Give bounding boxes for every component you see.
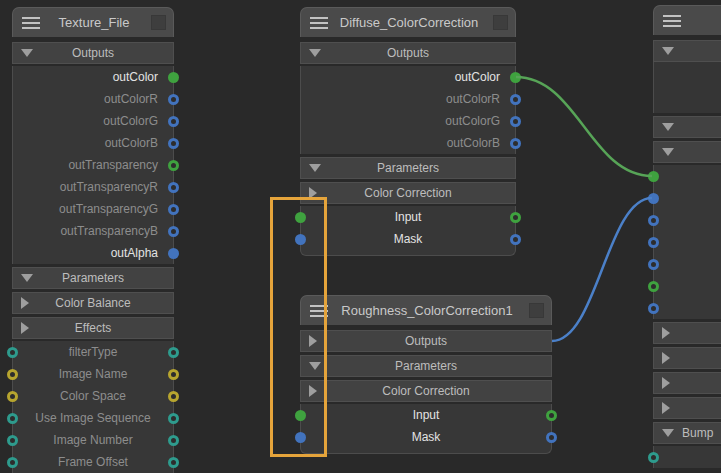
port-port-5-in[interactable] bbox=[648, 281, 659, 292]
section-bar-3[interactable] bbox=[653, 141, 721, 163]
attr-row-port-2 bbox=[654, 209, 721, 231]
attr-label: Mask bbox=[394, 232, 423, 246]
triangle-down-icon[interactable] bbox=[21, 274, 33, 282]
port-outcolorb-out[interactable] bbox=[168, 138, 179, 149]
port-input-out[interactable] bbox=[546, 410, 557, 421]
triangle-down-icon[interactable] bbox=[662, 123, 674, 131]
port-outtransparencyb-out[interactable] bbox=[168, 226, 179, 237]
section-color-balance[interactable]: Color Balance bbox=[12, 292, 174, 314]
port-port-3-in[interactable] bbox=[648, 237, 659, 248]
node-titlebar[interactable] bbox=[653, 5, 721, 35]
wire-roughness-outputs-to-shader[interactable] bbox=[552, 198, 652, 341]
port-mask-out[interactable] bbox=[510, 234, 521, 245]
highlight-rectangle bbox=[270, 197, 327, 457]
port-outcolor-out[interactable] bbox=[168, 72, 179, 83]
attr-label: Color Space bbox=[60, 389, 126, 403]
section-color-correction[interactable]: Color Correction bbox=[300, 182, 516, 204]
triangle-right-icon[interactable] bbox=[662, 327, 670, 339]
triangle-down-icon[interactable] bbox=[309, 164, 321, 172]
port-outcolorr-out[interactable] bbox=[168, 94, 179, 105]
triangle-right-icon[interactable] bbox=[662, 352, 670, 364]
attr-label: outAlpha bbox=[111, 246, 158, 260]
port-outtransparencyr-out[interactable] bbox=[168, 182, 179, 193]
node-titlebar[interactable]: Diffuse_ColorCorrection bbox=[300, 7, 516, 37]
node-titlebar[interactable]: Texture_File bbox=[12, 7, 174, 37]
port-mask-out[interactable] bbox=[546, 432, 557, 443]
port-outtransparency-out[interactable] bbox=[168, 160, 179, 171]
port-port-6-in[interactable] bbox=[648, 303, 659, 314]
attr-label: outColorG bbox=[445, 114, 500, 128]
node-titlebar[interactable]: Roughness_ColorCorrection1 bbox=[300, 295, 552, 325]
port-filtertype-in[interactable] bbox=[7, 347, 18, 358]
section-parameters[interactable]: Parameters bbox=[300, 157, 516, 179]
port-port-2-in[interactable] bbox=[648, 215, 659, 226]
menu-icon[interactable] bbox=[22, 17, 40, 32]
node-texture-file[interactable]: Texture_FileOutputsoutColoroutColorRoutC… bbox=[12, 7, 174, 473]
node-bottom-edge bbox=[300, 250, 516, 256]
menu-icon[interactable] bbox=[663, 15, 681, 30]
node-roughness-colorcorrection1[interactable]: Roughness_ColorCorrection1OutputsParamet… bbox=[300, 295, 552, 454]
section-bar-2[interactable] bbox=[653, 116, 721, 138]
triangle-down-icon[interactable] bbox=[309, 49, 321, 57]
triangle-down-icon[interactable] bbox=[662, 148, 674, 156]
section-bar-8[interactable] bbox=[653, 397, 721, 419]
section-label: Parameters bbox=[301, 356, 551, 376]
section-effects[interactable]: Effects bbox=[12, 317, 174, 339]
port-outalpha-out[interactable] bbox=[168, 248, 179, 259]
port-image-number-in[interactable] bbox=[7, 435, 18, 446]
section-color-correction[interactable]: Color Correction bbox=[300, 380, 552, 402]
port-image-number-out[interactable] bbox=[168, 435, 179, 446]
section-label: Outputs bbox=[301, 331, 551, 351]
port-use-image-sequence-in[interactable] bbox=[7, 413, 18, 424]
port-port-0-in[interactable] bbox=[648, 171, 659, 182]
node-editor-canvas[interactable]: Texture_FileOutputsoutColoroutColorRoutC… bbox=[0, 0, 721, 473]
port-image-name-out[interactable] bbox=[168, 369, 179, 380]
section-outputs[interactable]: Outputs bbox=[12, 42, 174, 64]
wire-diffuse-outcolor-to-shader[interactable] bbox=[516, 77, 652, 176]
attr-rows: filterTypeImage NameColor SpaceUse Image… bbox=[12, 341, 174, 473]
triangle-right-icon[interactable] bbox=[21, 322, 29, 334]
port-frame-offset-in[interactable] bbox=[7, 457, 18, 468]
section-bar-5[interactable] bbox=[653, 322, 721, 344]
port-color-space-out[interactable] bbox=[168, 391, 179, 402]
section-label: Color Correction bbox=[301, 381, 551, 401]
port-frame-offset-out[interactable] bbox=[168, 457, 179, 468]
attr-row-outcolorg: outColorG bbox=[301, 110, 515, 132]
port-color-space-in[interactable] bbox=[7, 391, 18, 402]
section-bump[interactable]: Bump bbox=[653, 422, 721, 444]
port-outcolorg-out[interactable] bbox=[510, 116, 521, 127]
node-diffuse-colorcorrection[interactable]: Diffuse_ColorCorrectionOutputsoutColorou… bbox=[300, 7, 516, 256]
port-outtransparencyg-out[interactable] bbox=[168, 204, 179, 215]
triangle-down-icon[interactable] bbox=[662, 429, 674, 437]
section-bar-7[interactable] bbox=[653, 372, 721, 394]
section-outputs[interactable]: Outputs bbox=[300, 42, 516, 64]
section-parameters[interactable]: Parameters bbox=[300, 355, 552, 377]
node-shader-partial[interactable]: Bump bbox=[653, 5, 721, 468]
port-port-1-in[interactable] bbox=[648, 193, 659, 204]
port-outcolor-out[interactable] bbox=[510, 72, 521, 83]
port-port-4-in[interactable] bbox=[648, 259, 659, 270]
section-parameters[interactable]: Parameters bbox=[12, 267, 174, 289]
section-outputs[interactable]: Outputs bbox=[300, 330, 552, 352]
menu-icon[interactable] bbox=[310, 17, 328, 32]
triangle-right-icon[interactable] bbox=[662, 402, 670, 414]
port-port-0-in[interactable] bbox=[648, 452, 659, 463]
triangle-right-icon[interactable] bbox=[21, 297, 29, 309]
triangle-right-icon[interactable] bbox=[662, 377, 670, 389]
port-filtertype-out[interactable] bbox=[168, 347, 179, 358]
section-label: Parameters bbox=[13, 268, 173, 288]
port-input-out[interactable] bbox=[510, 212, 521, 223]
triangle-down-icon[interactable] bbox=[21, 49, 33, 57]
section-bar-0[interactable] bbox=[653, 40, 721, 62]
port-outcolorb-out[interactable] bbox=[510, 138, 521, 149]
port-outcolorg-out[interactable] bbox=[168, 116, 179, 127]
attr-row-outcolorr: outColorR bbox=[301, 88, 515, 110]
triangle-down-icon[interactable] bbox=[662, 47, 674, 55]
port-image-name-in[interactable] bbox=[7, 369, 18, 380]
attr-label: Input bbox=[413, 408, 440, 422]
attr-label: outColor bbox=[455, 70, 500, 84]
section-bar-6[interactable] bbox=[653, 347, 721, 369]
port-outcolorr-out[interactable] bbox=[510, 94, 521, 105]
port-use-image-sequence-out[interactable] bbox=[168, 413, 179, 424]
attr-row-use-image-sequence: Use Image Sequence bbox=[13, 407, 173, 429]
